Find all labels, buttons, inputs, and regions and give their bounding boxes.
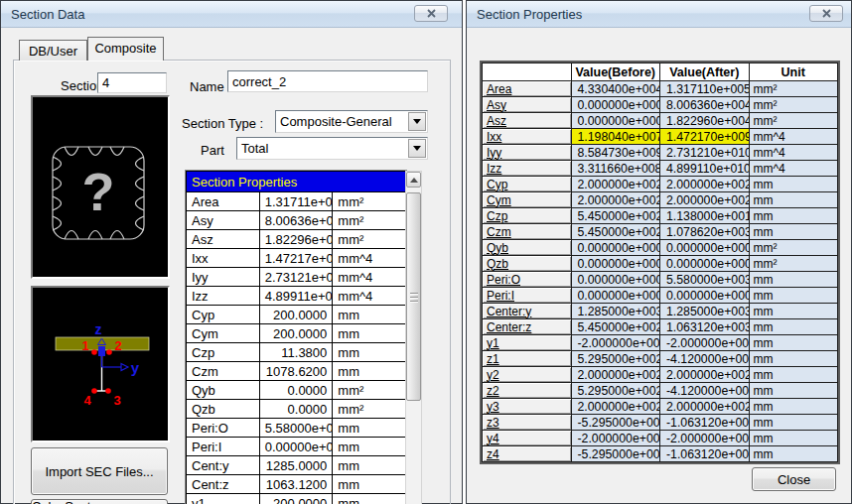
value-after-cell[interactable]: 8.006360e+004 (660, 97, 750, 113)
value-after-cell[interactable]: 1.317110e+005 (660, 81, 750, 97)
row-header-button[interactable]: Czm (483, 224, 572, 240)
row-header-button[interactable]: y1 (483, 335, 572, 351)
row-header-button[interactable]: Iyy (483, 145, 572, 161)
import-sec-files-button[interactable]: Import SEC Files... (31, 447, 168, 495)
calc-section-properties-button[interactable]: Calc. Sect. Properties... (31, 499, 168, 504)
value-after-cell[interactable]: 1.138000e+001 (660, 208, 750, 224)
value-before-cell[interactable]: -2.000000e+002 (571, 335, 660, 351)
value-before-cell[interactable]: 5.450000e+002 (571, 208, 660, 224)
row-header-button[interactable]: Czp (483, 208, 572, 224)
row-header-button[interactable]: y4 (483, 431, 572, 446)
value-before-cell[interactable]: 3.311660e+008 (571, 161, 660, 177)
row-header-button[interactable]: z2 (483, 383, 572, 399)
value-before-cell[interactable]: 0.000000e+000 (571, 272, 660, 288)
value-after-cell[interactable]: 1.285000e+003 (660, 304, 750, 319)
row-header-button[interactable]: Izz (483, 161, 572, 177)
grid-scrollbar[interactable] (405, 171, 422, 504)
value-after-cell[interactable]: -4.120000e+000 (660, 383, 750, 399)
value-before-cell[interactable]: -5.295000e+002 (571, 415, 660, 431)
value-before-cell[interactable]: 0.000000e+000 (571, 240, 660, 256)
value-before-cell[interactable]: 1.285000e+003 (571, 304, 660, 319)
value-after-cell[interactable]: 0.000000e+000 (660, 256, 750, 272)
row-header-button[interactable]: Ixx (483, 129, 572, 145)
centroid-marker (98, 346, 105, 356)
row-header-button[interactable]: y3 (483, 399, 572, 415)
chevron-down-icon[interactable] (408, 139, 426, 158)
value-after-cell[interactable]: 1.063120e+003 (660, 319, 750, 335)
value-before-cell[interactable]: -2.000000e+002 (571, 431, 660, 446)
value-before-cell[interactable]: 2.000000e+002 (571, 177, 660, 192)
value-before-cell[interactable]: 1.198040e+007 (571, 129, 660, 145)
value-after-cell[interactable]: 2.731210e+010 (660, 145, 750, 161)
row-header-button[interactable]: Center:y (483, 304, 572, 319)
value-after-cell[interactable]: 2.000000e+002 (660, 177, 750, 192)
row-header-button[interactable]: y2 (483, 367, 572, 383)
unit-cell: mm² (749, 256, 838, 272)
close-button[interactable]: Close (752, 467, 836, 491)
value-before-cell[interactable]: 2.000000e+002 (571, 367, 660, 383)
close-icon[interactable] (809, 5, 843, 22)
row-header-button[interactable]: Area (483, 81, 572, 97)
row-header-button[interactable]: Asy (483, 97, 572, 113)
value-before-cell[interactable]: 0.000000e+000 (571, 288, 660, 304)
close-icon[interactable] (414, 5, 448, 22)
row-header-button[interactable]: z3 (483, 415, 572, 431)
row-header-button[interactable]: Peri:O (483, 272, 572, 288)
section-property-row: Asy8.00636e+004mm² (187, 211, 406, 230)
value-before-cell[interactable]: 4.330400e+004 (571, 81, 660, 97)
row-header-button[interactable]: Peri:I (483, 288, 572, 304)
value-before-cell[interactable]: 0.000000e+000 (571, 256, 660, 272)
row-header-button[interactable]: Center:z (483, 319, 572, 335)
property-name-cell: Peri:I (187, 438, 260, 456)
part-combobox[interactable]: Total (236, 137, 428, 160)
y-axis-label: y (131, 359, 140, 376)
row-header-button[interactable]: z4 (483, 446, 572, 462)
value-before-cell[interactable]: 5.295000e+002 (571, 351, 660, 367)
value-after-cell[interactable]: 0.000000e+000 (660, 288, 750, 304)
value-after-cell[interactable]: 2.000000e+002 (660, 399, 750, 415)
name-input[interactable] (227, 70, 428, 92)
row-header-button[interactable]: Cyp (483, 177, 572, 192)
row-header-button[interactable]: Asz (483, 113, 572, 129)
row-header-button[interactable]: Cym (483, 192, 572, 208)
value-before-cell[interactable]: 2.000000e+002 (571, 399, 660, 415)
section-property-row: Czp11.3800mm (187, 343, 406, 362)
value-before-cell[interactable]: 0.000000e+000 (571, 97, 660, 113)
value-after-cell[interactable]: -1.063120e+003 (660, 446, 750, 462)
scrollbar-thumb[interactable] (406, 192, 421, 401)
x-glyph (426, 9, 437, 18)
value-after-cell[interactable]: 0.000000e+000 (660, 240, 750, 256)
value-after-cell[interactable]: 1.472170e+009 (660, 129, 750, 145)
value-after-cell[interactable]: 5.580000e+003 (660, 272, 750, 288)
comparison-row: Asy0.000000e+0008.006360e+004mm² (483, 97, 838, 113)
value-before-cell[interactable]: 5.450000e+002 (571, 224, 660, 240)
value-after-cell[interactable]: 4.899110e+010 (660, 161, 750, 177)
value-before-cell[interactable]: 2.000000e+002 (571, 192, 660, 208)
value-after-cell[interactable]: -2.000000e+002 (660, 431, 750, 446)
grid-header: Section Properties (187, 172, 406, 192)
value-before-cell[interactable]: 5.295000e+002 (571, 383, 660, 399)
value-before-cell[interactable]: -5.295000e+002 (571, 446, 660, 462)
tab-db-user[interactable]: DB/User (19, 40, 87, 61)
chevron-down-icon[interactable] (408, 112, 426, 131)
section-id-input[interactable] (97, 72, 167, 93)
property-value-cell: 0.0000 (259, 400, 333, 419)
scroll-up-icon[interactable] (406, 172, 421, 188)
value-after-cell[interactable]: 1.822960e+004 (660, 113, 750, 129)
value-before-cell[interactable]: 0.000000e+000 (571, 113, 660, 129)
value-after-cell[interactable]: -1.063120e+003 (660, 415, 750, 431)
section-data-titlebar[interactable]: Section Data (1, 1, 462, 28)
value-after-cell[interactable]: 2.000000e+002 (660, 192, 750, 208)
row-header-button[interactable]: z1 (483, 351, 572, 367)
value-after-cell[interactable]: 2.000000e+002 (660, 367, 750, 383)
row-header-button[interactable]: Qzb (483, 256, 572, 272)
tab-composite[interactable]: Composite (87, 37, 164, 61)
value-before-cell[interactable]: 8.584730e+009 (571, 145, 660, 161)
value-after-cell[interactable]: 1.078620e+003 (660, 224, 750, 240)
section-properties-titlebar[interactable]: Section Properties (467, 1, 851, 28)
row-header-button[interactable]: Qyb (483, 240, 572, 256)
value-after-cell[interactable]: -4.120000e+000 (660, 351, 750, 367)
value-before-cell[interactable]: 5.450000e+002 (571, 319, 660, 335)
section-type-combobox[interactable]: Composite-General (275, 110, 428, 133)
value-after-cell[interactable]: -2.000000e+002 (660, 335, 750, 351)
